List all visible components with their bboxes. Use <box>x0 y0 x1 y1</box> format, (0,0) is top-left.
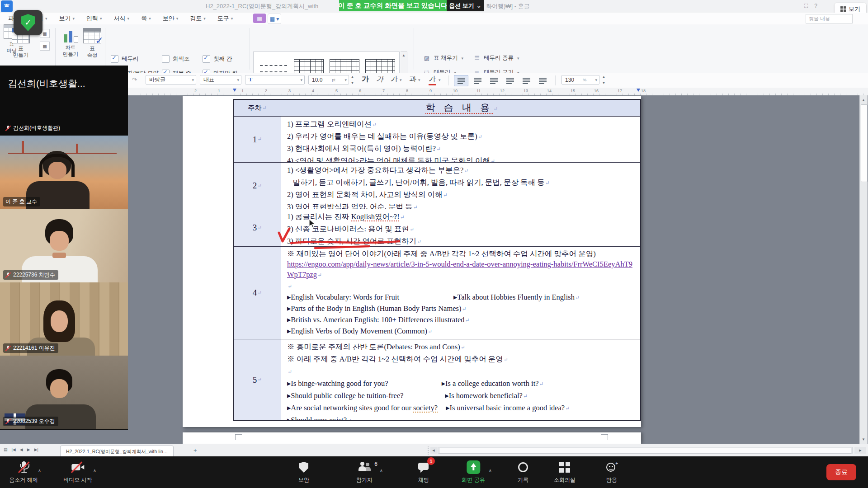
document-tab[interactable]: H2_2022-1_RC(영미문행_강의계획서_with lin… <box>60 446 174 457</box>
char-shadow-button[interactable]: 과 <box>409 75 416 84</box>
vertical-scrollbar[interactable]: ▲ ▼ <box>859 95 868 444</box>
week-cell[interactable]: 3↵ <box>234 209 281 246</box>
checkbox-icon[interactable] <box>111 55 118 63</box>
week-header-cell[interactable]: 주차↵ <box>234 100 281 116</box>
checkbox-회색조[interactable]: 회색조 <box>162 55 190 63</box>
align-right-button[interactable] <box>503 75 517 86</box>
checkbox-첫째 칸[interactable]: 첫째 칸 <box>203 55 232 63</box>
chevron-up-icon[interactable]: ∧ <box>38 468 41 473</box>
participant-name-tile[interactable]: 김선희(비호생활...김선희(비호생활관) <box>0 66 128 136</box>
next-page-icon[interactable]: ▶ <box>27 447 30 452</box>
scroll-right-icons[interactable]: ▶ <box>854 447 866 454</box>
scroll-left-icon[interactable]: ◀ <box>430 447 437 454</box>
scroll-up-icon[interactable]: ▲ <box>860 96 867 103</box>
week-cell[interactable]: 2↵ <box>234 163 281 209</box>
zoom-reactions-button[interactable]: +반응 <box>606 460 618 484</box>
help-icon[interactable]: ? <box>814 3 817 9</box>
zoom-breakout-rooms-button[interactable]: 소회의실 <box>554 460 576 484</box>
chevron-down-icon[interactable]: ▾ <box>418 78 420 82</box>
zoom-shield-button[interactable]: 보안 <box>298 460 309 484</box>
zoom-view-options-button[interactable]: 옵션 보기 ⌄ <box>447 0 484 11</box>
font-color-button[interactable]: 가 <box>429 75 436 85</box>
menu-6[interactable]: 보안▾ <box>163 14 179 23</box>
content-header-cell[interactable]: 학 습 내 용↵ <box>281 100 640 116</box>
outline-preset-combo[interactable]: 대표 ▾ <box>200 75 241 84</box>
align-divide-button[interactable] <box>535 75 550 86</box>
grid-tool-icon[interactable]: ▦ ▾ <box>268 14 281 24</box>
checkbox-테두리[interactable]: 테두리 <box>111 55 139 63</box>
scrollbar-thumb[interactable] <box>861 104 868 182</box>
menu-4[interactable]: 서식▾ <box>114 14 130 23</box>
new-tab-button[interactable]: + <box>193 447 197 454</box>
table-erase-mini-icon[interactable]: ▩ <box>40 42 50 51</box>
font-size-stepper[interactable]: ▲▼ <box>350 75 355 84</box>
zoom-participants-button[interactable]: 6∧참가자 <box>356 460 373 484</box>
font-name-combo[interactable]: T ▾ <box>245 75 305 84</box>
hyperlink[interactable]: https://engoo.com/app/daily-news/article… <box>287 260 632 279</box>
zoom-screen-share-button[interactable]: ∧화면 공유 <box>462 460 485 484</box>
week-cell[interactable]: 5↵ <box>234 339 281 420</box>
first-page-icon[interactable]: |◀ <box>12 447 16 452</box>
end-meeting-button[interactable]: 종료 <box>826 464 856 480</box>
align-distribute-button[interactable] <box>519 75 533 86</box>
last-page-icon[interactable]: ▶| <box>34 447 38 452</box>
zoom-mic-off-button[interactable]: ∧음소거 해제 <box>9 460 38 484</box>
zoom-level-combo[interactable]: 130 % ▾ <box>561 75 599 84</box>
chevron-up-icon[interactable]: ∧ <box>489 468 492 473</box>
table-properties-button[interactable]: 표 속성 <box>80 28 105 59</box>
participant-video[interactable]: 22214161 이유진 <box>0 282 128 356</box>
font-size-combo[interactable]: 10.0 pt ▾ <box>308 75 349 84</box>
align-center-button[interactable] <box>486 75 501 86</box>
doc-list-icon[interactable]: ▤ <box>4 447 8 452</box>
horizontal-scrollbar[interactable] <box>438 447 853 454</box>
content-cell[interactable]: 1) 프로그램 오리엔테이션↵2) 우리가 영어를 배우는 데 실패하는 이유(… <box>281 117 640 162</box>
right-indent-marker[interactable] <box>637 89 640 92</box>
scroll-down-icon[interactable]: ▼ <box>860 436 867 443</box>
scroll-up-icon[interactable]: ▲ <box>402 53 406 57</box>
find-input[interactable]: 찾을 내용 <box>806 14 853 23</box>
bold-button[interactable]: 가 <box>362 75 369 84</box>
participant-video[interactable]: 22225736 차범수 <box>0 209 128 282</box>
underline-button[interactable]: 가 <box>391 75 398 84</box>
redo-icon[interactable]: ↷ <box>132 76 137 83</box>
tool-테두리 종류[interactable]: ☰테두리 종류▾ <box>473 54 519 62</box>
chevron-up-icon[interactable]: ∧ <box>93 468 96 473</box>
style-preset-combo[interactable]: 바탕글 ▾ <box>146 75 196 84</box>
menu-2[interactable]: 보기▾ <box>59 14 75 23</box>
zoom-video-off-button[interactable]: ∧비디오 시작 <box>63 460 92 484</box>
zoom-record-button[interactable]: 기록 <box>518 460 528 484</box>
menu-3[interactable]: 입력▾ <box>86 14 102 23</box>
prev-page-icon[interactable]: ◀ <box>20 447 23 452</box>
content-cell[interactable]: 1) 콩글리시는 진짜 Koglish였어~?!↵2) 신종 코로나바이러스: … <box>281 209 640 246</box>
document-page[interactable]: 주차↵학 습 내 용↵1↵1) 프로그램 오리엔테이션↵2) 우리가 영어를 배… <box>183 96 641 427</box>
participant-video[interactable]: 22082539 오수경 <box>0 356 128 429</box>
syllabus-table[interactable]: 주차↵학 습 내 용↵1↵1) 프로그램 오리엔테이션↵2) 우리가 영어를 배… <box>233 99 641 421</box>
menu-5[interactable]: 쪽▾ <box>141 14 151 23</box>
chevron-down-icon[interactable]: ▾ <box>439 78 441 82</box>
menu-8[interactable]: 도구▾ <box>217 14 233 23</box>
content-cell[interactable]: ※ 재미있는 영어 단어 이야기(아래 주제 중 A/B반 각각 1~2 선택하… <box>281 247 640 339</box>
tool-표 채우기[interactable]: ▨표 채우기▾ <box>423 54 463 62</box>
chevron-up-icon[interactable]: ∧ <box>380 468 383 473</box>
document-canvas[interactable]: 주차↵학 습 내 용↵1↵1) 프로그램 오리엔테이션↵2) 우리가 영어를 배… <box>0 95 868 444</box>
participant-video[interactable]: 이 준 호 교수 <box>0 136 128 209</box>
scrollbar-thumb[interactable] <box>439 448 851 454</box>
checkbox-icon[interactable] <box>162 55 170 63</box>
content-cell[interactable]: 1) <생활영어>에서 가장 중요하다고 생각하는 부분은?↵ 말하기, 듣고 … <box>281 163 640 209</box>
menu-7[interactable]: 검토▾ <box>190 14 206 23</box>
fullscreen-icon[interactable]: ⛶ <box>804 3 808 9</box>
checkbox-icon[interactable] <box>203 55 210 63</box>
align-justify-button[interactable] <box>454 75 468 86</box>
zoom-stepper[interactable]: ▲▼ <box>601 75 606 84</box>
horizontal-ruler[interactable]: 21123456789101112131415161718 <box>0 88 868 96</box>
week-cell[interactable]: 4↵ <box>234 247 281 339</box>
chevron-down-icon[interactable]: ▾ <box>400 78 402 82</box>
italic-button[interactable]: 가 <box>376 75 383 84</box>
indent-marker[interactable] <box>233 89 236 92</box>
scroll-right-icon[interactable]: ▶ <box>859 449 861 452</box>
content-cell[interactable]: ※ 흥미로운 주제의 찬반 토론(Debates: Pros and Cons)… <box>281 339 640 420</box>
week-cell[interactable]: 1↵ <box>234 117 281 162</box>
align-left-button[interactable] <box>470 75 485 86</box>
zoom-chat-button[interactable]: 1채팅 <box>418 460 429 484</box>
table-context-tool-icon[interactable]: ▦ <box>253 14 266 23</box>
